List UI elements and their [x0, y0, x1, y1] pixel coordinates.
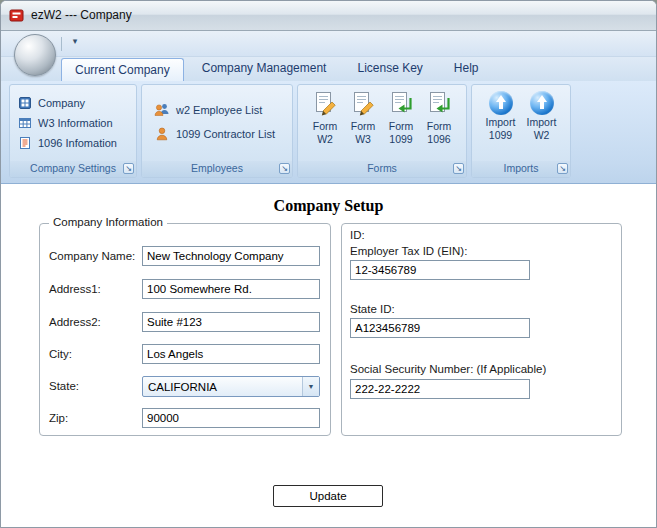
form-pencil-icon — [312, 91, 338, 119]
ribbon-button-import-w2[interactable]: Import W2 — [521, 91, 562, 161]
company-information-legend: Company Information — [49, 216, 167, 228]
form-arrow-icon — [388, 91, 414, 119]
group-footer: Company Settings ↘ — [10, 161, 136, 177]
imports-dialog-launcher-icon[interactable]: ↘ — [557, 163, 568, 174]
ribbon-button-form-w2[interactable]: Form W2 — [306, 91, 344, 161]
group-label: Imports — [503, 162, 538, 174]
import-orb-icon — [530, 91, 554, 115]
ribbon-item-label: W3 Information — [38, 117, 113, 129]
company-information-groupbox: Company Information Company Name: Addres… — [39, 223, 331, 436]
city-label: City: — [49, 348, 72, 360]
employees-dialog-launcher-icon[interactable]: ↘ — [279, 163, 290, 174]
ribbon-button-import-1099[interactable]: Import 1099 — [480, 91, 521, 161]
group-label: Company Settings — [30, 162, 116, 174]
main-content: Company Setup Company Information Compan… — [1, 184, 656, 527]
tab-help[interactable]: Help — [441, 57, 492, 81]
quick-access-toolbar: ▾ — [1, 31, 656, 57]
group-label: Forms — [367, 162, 397, 174]
id-legend: ID: — [350, 229, 365, 241]
ssn-label: Social Security Number: (If Applicable) — [350, 363, 546, 375]
forms-dialog-launcher-icon[interactable]: ↘ — [453, 163, 464, 174]
button-label-line2: W2 — [534, 130, 550, 141]
state-selected-value: CALIFORNIA — [143, 381, 302, 393]
group-imports: Import 1099 Import W2 Imports ↘ — [471, 84, 571, 178]
ribbon-item-w3-information[interactable]: W3 Information — [10, 113, 136, 133]
tab-company-management[interactable]: Company Management — [189, 57, 340, 81]
group-footer: Employees ↘ — [142, 161, 292, 177]
contractor-icon — [154, 126, 170, 142]
button-label-line2: W3 — [355, 134, 371, 145]
state-select[interactable]: CALIFORNIA ▼ — [142, 376, 320, 397]
ribbon-item-1096-information[interactable]: 1096 Infomation — [10, 133, 136, 153]
app-icon[interactable] — [9, 8, 25, 24]
ssn-input[interactable] — [350, 379, 530, 399]
city-input[interactable] — [142, 344, 320, 364]
tab-license-key[interactable]: License Key — [344, 57, 435, 81]
company-name-input[interactable] — [142, 246, 320, 266]
ribbon-button-form-1099[interactable]: Form 1099 — [382, 91, 420, 161]
qat-separator — [61, 37, 62, 51]
ribbon-item-label: 1099 Contractor List — [176, 128, 275, 140]
address1-label: Address1: — [49, 283, 101, 295]
employees-icon — [154, 102, 170, 118]
chevron-down-icon[interactable]: ▼ — [302, 377, 319, 396]
button-label-line2: W2 — [317, 134, 333, 145]
ribbon-body: Company W3 Information 1096 Infomation — [1, 81, 656, 184]
company-icon — [18, 96, 32, 110]
button-label-line1: Import — [486, 117, 516, 128]
page-title: Company Setup — [1, 197, 656, 215]
group-company-settings: Company W3 Information 1096 Infomation — [9, 84, 137, 178]
w3-table-icon — [18, 116, 32, 130]
ribbon-item-label: 1096 Infomation — [38, 137, 117, 149]
update-button[interactable]: Update — [273, 485, 383, 507]
ein-input[interactable] — [350, 260, 530, 280]
group-label: Employees — [191, 162, 243, 174]
company-name-label: Company Name: — [49, 250, 135, 262]
button-label-line2: 1096 — [427, 134, 450, 145]
ribbon-item-w2-employee-list[interactable]: w2 Employee List — [142, 98, 292, 122]
ribbon-button-form-w3[interactable]: Form W3 — [344, 91, 382, 161]
button-label-line2: 1099 — [389, 134, 412, 145]
ribbon: ▾ Current Company Company Management Lic… — [1, 31, 656, 184]
form-arrow-icon — [426, 91, 452, 119]
address1-input[interactable] — [142, 279, 320, 299]
group-forms: Form W2 Form W3 Form — [297, 84, 467, 178]
document-icon — [18, 136, 32, 150]
zip-label: Zip: — [49, 412, 68, 424]
tab-current-company[interactable]: Current Company — [61, 58, 184, 81]
ribbon-item-1099-contractor-list[interactable]: 1099 Contractor List — [142, 122, 292, 146]
button-label-line1: Form — [351, 121, 376, 132]
button-label-line1: Form — [427, 121, 452, 132]
company-settings-dialog-launcher-icon[interactable]: ↘ — [123, 163, 134, 174]
button-label-line1: Form — [389, 121, 414, 132]
import-orb-icon — [489, 91, 513, 115]
application-orb-button[interactable] — [14, 34, 56, 76]
group-employees: w2 Employee List 1099 Contractor List Em… — [141, 84, 293, 178]
button-label-line1: Form — [313, 121, 338, 132]
app-window: ezW2 --- Company ▾ Current Company Compa… — [0, 0, 657, 528]
ribbon-button-form-1096[interactable]: Form 1096 — [420, 91, 458, 161]
address2-label: Address2: — [49, 316, 101, 328]
ribbon-item-label: w2 Employee List — [176, 104, 262, 116]
id-groupbox: ID: Employer Tax ID (EIN): State ID: Soc… — [341, 223, 622, 436]
button-label-line2: 1099 — [489, 130, 512, 141]
title-bar: ezW2 --- Company — [1, 1, 656, 31]
state-id-input[interactable] — [350, 318, 530, 338]
group-footer: Forms ↘ — [298, 161, 466, 177]
ribbon-tabs: Current Company Company Management Licen… — [1, 57, 656, 81]
form-pencil-icon — [350, 91, 376, 119]
address2-input[interactable] — [142, 312, 320, 332]
group-footer: Imports ↘ — [472, 161, 570, 177]
ribbon-item-label: Company — [38, 97, 85, 109]
state-label: State: — [49, 380, 79, 392]
ribbon-item-company[interactable]: Company — [10, 93, 136, 113]
button-label-line1: Import — [527, 117, 557, 128]
window-title: ezW2 --- Company — [31, 1, 132, 30]
qat-customize-icon[interactable]: ▾ — [67, 36, 83, 51]
zip-input[interactable] — [142, 408, 320, 428]
state-id-label: State ID: — [350, 303, 395, 315]
ein-label: Employer Tax ID (EIN): — [350, 245, 467, 257]
